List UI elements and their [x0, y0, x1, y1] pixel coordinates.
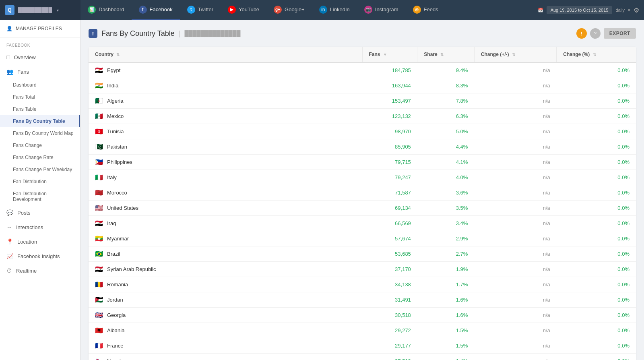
- cell-change-15: n/a: [474, 292, 556, 308]
- sidebar: 👤 MANAGE PROFILES FACEBOOK □ Overview 👥 …: [0, 20, 80, 360]
- table-row: 🇵🇰 Pakistan 85,905 4.4% n/a 0.0%: [89, 139, 636, 155]
- cell-country-14: 🇷🇴 Romania: [89, 277, 362, 292]
- tab-youtube-label: YouTube: [239, 6, 259, 12]
- cell-share-16: 1.6%: [417, 308, 475, 323]
- cell-share-10: 3.4%: [417, 216, 475, 231]
- cell-share-14: 1.7%: [417, 277, 475, 292]
- cell-country-13: 🇸🇾 Syrian Arab Republic: [89, 262, 362, 277]
- country-name-4: Tunisia: [107, 128, 124, 134]
- cell-change-16: n/a: [474, 308, 556, 323]
- th-share[interactable]: Share ⇅: [417, 47, 475, 62]
- flag-14: 🇷🇴: [95, 281, 103, 288]
- th-fans[interactable]: Fans ▼: [362, 47, 417, 62]
- sidebar-sub-fans-table-label: Fans Table: [13, 106, 36, 112]
- flag-8: 🇲🇦: [95, 189, 103, 197]
- cell-changepct-19: 0.0%: [557, 354, 636, 360]
- nav-right: 📅 Aug 19, 2015 to Oct 15, 2015 daily ▾ ⚙: [533, 0, 644, 20]
- sidebar-section-facebook: FACEBOOK: [0, 37, 80, 50]
- period-selector[interactable]: daily: [615, 8, 625, 12]
- sidebar-sub-item-fans-dashboard[interactable]: Dashboard: [0, 79, 80, 91]
- facebook-icon: f: [139, 6, 147, 14]
- nav-brand[interactable]: Q ██████████ ▾: [0, 0, 80, 20]
- manage-profiles-button[interactable]: 👤 MANAGE PROFILES: [0, 20, 80, 37]
- sidebar-sub-item-fans-by-country-table[interactable]: Fans By Country Table: [0, 115, 80, 127]
- sidebar-item-facebook-insights[interactable]: 📈 Facebook Insights: [0, 249, 80, 263]
- cell-fans-12: 53,685: [362, 246, 417, 262]
- sidebar-sub-item-fans-change-per-weekday[interactable]: Fans Change Per Weekday: [0, 163, 80, 176]
- table-row: 🇩🇿 Algeria 153,497 7.8% n/a 0.0%: [89, 93, 636, 109]
- sidebar-item-realtime-label: Realtime: [16, 268, 37, 274]
- period-dropdown-icon[interactable]: ▾: [628, 8, 630, 13]
- cell-fans-7: 79,247: [362, 170, 417, 185]
- cell-country-16: 🇬🇧 Georgia: [89, 308, 362, 323]
- flag-12: 🇧🇷: [95, 250, 103, 258]
- settings-button[interactable]: ⚙: [634, 6, 639, 14]
- tab-twitter-label: Twitter: [198, 6, 213, 12]
- help-button[interactable]: ?: [590, 28, 601, 39]
- sidebar-item-overview[interactable]: □ Overview: [0, 50, 80, 64]
- table-row: 🇳🇵 Nepal 27,510 1.4% n/a 0.0%: [89, 354, 636, 360]
- sort-icon-fans: ▼: [383, 52, 387, 57]
- sidebar-item-interactions[interactable]: ↔ Interactions: [0, 220, 80, 234]
- tab-youtube[interactable]: ▶ YouTube: [221, 0, 266, 20]
- sidebar-sub-fan-distribution-label: Fan Distribution: [13, 179, 47, 184]
- tab-facebook[interactable]: f Facebook: [132, 0, 180, 20]
- sidebar-sub-item-fans-table[interactable]: Fans Table: [0, 103, 80, 115]
- tab-instagram[interactable]: 📷 Instagram: [357, 0, 406, 20]
- tab-twitter[interactable]: t Twitter: [180, 0, 221, 20]
- brand-text: ██████████: [18, 7, 52, 13]
- sidebar-sub-fans-change-rate-label: Fans Change Rate: [13, 155, 54, 160]
- sidebar-item-realtime[interactable]: ⏱ Realtime: [0, 263, 80, 278]
- table-row: 🇷🇴 Romania 34,138 1.7% n/a 0.0%: [89, 277, 636, 292]
- sidebar-sub-item-fans-total[interactable]: Fans Total: [0, 91, 80, 103]
- flag-6: 🇵🇭: [95, 158, 103, 166]
- cell-share-19: 1.4%: [417, 354, 475, 360]
- tab-linkedin[interactable]: in LinkedIn: [312, 0, 357, 20]
- cell-change-11: n/a: [474, 231, 556, 246]
- th-change-pct[interactable]: Change (%) ⇅: [557, 47, 636, 62]
- info-button[interactable]: !: [576, 28, 587, 39]
- brand-dropdown-arrow[interactable]: ▾: [57, 8, 59, 12]
- cell-change-1: n/a: [474, 78, 556, 93]
- sidebar-sub-item-fan-distribution-development[interactable]: Fan Distribution Development: [0, 188, 80, 205]
- export-button[interactable]: EXPORT: [604, 28, 636, 39]
- country-name-0: Egypt: [107, 67, 120, 73]
- cell-fans-2: 153,497: [362, 93, 417, 109]
- header-actions: ! ? EXPORT: [576, 28, 636, 39]
- sidebar-sub-item-fan-distribution[interactable]: Fan Distribution: [0, 176, 80, 188]
- table-row: 🇯🇴 Jordan 31,491 1.6% n/a 0.0%: [89, 292, 636, 308]
- tab-dashboard[interactable]: 📊 Dashboard: [80, 0, 132, 20]
- tab-googleplus[interactable]: g+ Google+: [266, 0, 312, 20]
- cell-changepct-2: 0.0%: [557, 93, 636, 109]
- cell-country-8: 🇲🇦 Morocco: [89, 185, 362, 201]
- table-row: 🇪🇬 Egypt 184,785 9.4% n/a 0.0%: [89, 62, 636, 78]
- manage-profiles-icon: 👤: [6, 26, 12, 31]
- cell-fans-9: 69,134: [362, 201, 417, 216]
- table-row: 🇮🇳 India 163,944 8.3% n/a 0.0%: [89, 78, 636, 93]
- sidebar-item-location[interactable]: 📍 Location: [0, 234, 80, 249]
- cell-changepct-1: 0.0%: [557, 78, 636, 93]
- cell-changepct-17: 0.0%: [557, 323, 636, 338]
- sidebar-sub-fans-by-country-table-label: Fans By Country Table: [13, 118, 65, 124]
- sidebar-sub-fans-change-per-weekday-label: Fans Change Per Weekday: [13, 167, 72, 172]
- table-row: 🇦🇱 Albania 29,272 1.5% n/a 0.0%: [89, 323, 636, 338]
- th-change-abs[interactable]: Change (+/-) ⇅: [474, 47, 556, 62]
- sort-icon-change-abs: ⇅: [512, 52, 515, 57]
- th-country[interactable]: Country ⇅: [89, 47, 362, 62]
- sidebar-sub-item-fans-change[interactable]: Fans Change: [0, 139, 80, 151]
- sidebar-sub-item-fans-by-country-world-map[interactable]: Fans By Country World Map: [0, 127, 80, 139]
- country-name-18: France: [107, 343, 123, 349]
- sidebar-item-fans[interactable]: 👥 Fans: [0, 64, 80, 79]
- flag-7: 🇮🇹: [95, 174, 103, 181]
- cell-changepct-5: 0.0%: [557, 139, 636, 155]
- sidebar-item-posts[interactable]: 💬 Posts: [0, 205, 80, 220]
- cell-change-17: n/a: [474, 323, 556, 338]
- table-row: 🇲🇦 Morocco 71,587 3.6% n/a 0.0%: [89, 185, 636, 201]
- sidebar-sub-item-fans-change-rate[interactable]: Fans Change Rate: [0, 151, 80, 163]
- date-range[interactable]: Aug 19, 2015 to Oct 15, 2015: [547, 6, 613, 14]
- tab-feeds[interactable]: ◎ Feeds: [406, 0, 446, 20]
- sidebar-item-overview-label: Overview: [14, 54, 35, 60]
- location-icon: 📍: [6, 238, 13, 245]
- cell-changepct-11: 0.0%: [557, 231, 636, 246]
- cell-fans-16: 30,518: [362, 308, 417, 323]
